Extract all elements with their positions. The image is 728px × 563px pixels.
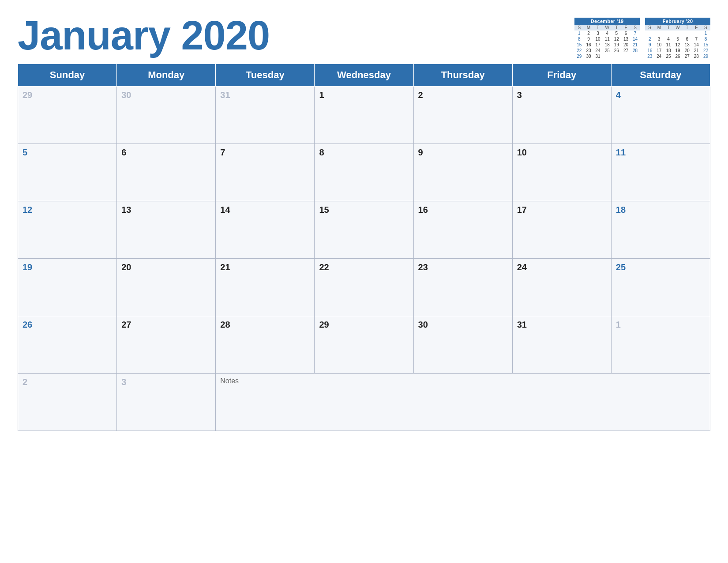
calendar-cell: 2 xyxy=(18,374,117,431)
day-number: 31 xyxy=(220,90,230,100)
day-number: 29 xyxy=(23,90,32,100)
day-number: 2 xyxy=(418,90,423,100)
mini-cal-prev-header: December '19 xyxy=(574,18,640,25)
day-number: 27 xyxy=(121,320,131,329)
calendar-row: 19202122232425 xyxy=(18,259,710,316)
calendar-cell: 31 xyxy=(512,316,611,374)
day-number: 4 xyxy=(616,90,621,100)
mini-cal-next: February '20 SMTWTFS 1234567891011121314… xyxy=(645,18,710,59)
calendar-cell: 27 xyxy=(117,316,216,374)
day-number: 3 xyxy=(517,90,522,100)
day-number: 25 xyxy=(616,262,626,272)
calendar-cell: 11 xyxy=(611,144,710,201)
calendar-cell: 28 xyxy=(216,316,315,374)
notes-cell: Notes xyxy=(216,374,710,431)
calendar-cell: 25 xyxy=(611,259,710,316)
day-number: 15 xyxy=(319,205,329,215)
day-number: 8 xyxy=(319,147,324,157)
notes-label: Notes xyxy=(220,377,239,385)
calendar-row: 567891011 xyxy=(18,144,710,201)
calendar-cell: 24 xyxy=(512,259,611,316)
day-number: 1 xyxy=(616,320,621,329)
calendar-cell: 29 xyxy=(315,316,413,374)
calendar-cell: 26 xyxy=(18,316,117,374)
calendar-cell: 4 xyxy=(611,87,710,144)
day-number: 3 xyxy=(121,377,126,387)
weekday-header-thursday: Thursday xyxy=(413,64,512,87)
day-number: 16 xyxy=(418,205,428,215)
calendar-row: 2627282930311 xyxy=(18,316,710,374)
calendar-row: 12131415161718 xyxy=(18,201,710,259)
day-number: 23 xyxy=(418,262,428,272)
day-number: 31 xyxy=(517,320,527,329)
mini-cal-prev: December '19 SMTWTFS 1234567891011121314… xyxy=(574,18,640,59)
calendar-cell: 16 xyxy=(413,201,512,259)
weekday-header-saturday: Saturday xyxy=(611,64,710,87)
calendar-cell: 15 xyxy=(315,201,413,259)
calendar-cell: 7 xyxy=(216,144,315,201)
day-number: 20 xyxy=(121,262,131,272)
calendar-cell: 21 xyxy=(216,259,315,316)
day-number: 17 xyxy=(517,205,527,215)
calendar-cell: 13 xyxy=(117,201,216,259)
calendar-cell: 14 xyxy=(216,201,315,259)
day-number: 11 xyxy=(616,147,626,157)
calendar-cell: 31 xyxy=(216,87,315,144)
calendar-cell: 9 xyxy=(413,144,512,201)
calendar-cell: 1 xyxy=(315,87,413,144)
calendar-row: 2930311234 xyxy=(18,87,710,144)
day-number: 19 xyxy=(23,262,32,272)
weekday-header-monday: Monday xyxy=(117,64,216,87)
day-number: 18 xyxy=(616,205,626,215)
weekday-header-wednesday: Wednesday xyxy=(315,64,413,87)
calendar-cell: 19 xyxy=(18,259,117,316)
day-number: 12 xyxy=(23,205,32,215)
day-number: 7 xyxy=(220,147,225,157)
day-number: 13 xyxy=(121,205,131,215)
top-section: January 2020 December '19 SMTWTFS 123456… xyxy=(18,13,710,59)
day-number: 28 xyxy=(220,320,230,329)
calendar-cell: 17 xyxy=(512,201,611,259)
calendar-cell: 30 xyxy=(117,87,216,144)
day-number: 24 xyxy=(517,262,527,272)
calendar-cell: 20 xyxy=(117,259,216,316)
day-number: 9 xyxy=(418,147,423,157)
mini-calendars: December '19 SMTWTFS 1234567891011121314… xyxy=(574,18,710,59)
calendar-cell: 2 xyxy=(413,87,512,144)
day-number: 30 xyxy=(121,90,131,100)
calendar-cell: 29 xyxy=(18,87,117,144)
day-number: 1 xyxy=(319,90,324,100)
weekday-header-friday: Friday xyxy=(512,64,611,87)
calendar-cell: 30 xyxy=(413,316,512,374)
calendar-cell: 5 xyxy=(18,144,117,201)
calendar-cell: 6 xyxy=(117,144,216,201)
day-number: 21 xyxy=(220,262,230,272)
page-title: January 2020 xyxy=(18,13,270,58)
day-number: 14 xyxy=(220,205,230,215)
calendar-cell: 8 xyxy=(315,144,413,201)
mini-cal-next-header: February '20 xyxy=(645,18,710,25)
calendar-cell: 3 xyxy=(117,374,216,431)
calendar-cell: 3 xyxy=(512,87,611,144)
day-number: 5 xyxy=(23,147,27,157)
day-number: 6 xyxy=(121,147,126,157)
weekday-header-tuesday: Tuesday xyxy=(216,64,315,87)
calendar-cell: 10 xyxy=(512,144,611,201)
weekday-header-sunday: Sunday xyxy=(18,64,117,87)
day-number: 22 xyxy=(319,262,329,272)
day-number: 2 xyxy=(23,377,27,387)
day-number: 29 xyxy=(319,320,329,329)
calendar-cell: 22 xyxy=(315,259,413,316)
calendar-cell: 18 xyxy=(611,201,710,259)
day-number: 10 xyxy=(517,147,527,157)
day-number: 30 xyxy=(418,320,428,329)
calendar-cell: 12 xyxy=(18,201,117,259)
calendar-last-row: 23Notes xyxy=(18,374,710,431)
main-calendar: SundayMondayTuesdayWednesdayThursdayFrid… xyxy=(18,64,710,431)
calendar-cell: 1 xyxy=(611,316,710,374)
day-number: 26 xyxy=(23,320,32,329)
calendar-cell: 23 xyxy=(413,259,512,316)
